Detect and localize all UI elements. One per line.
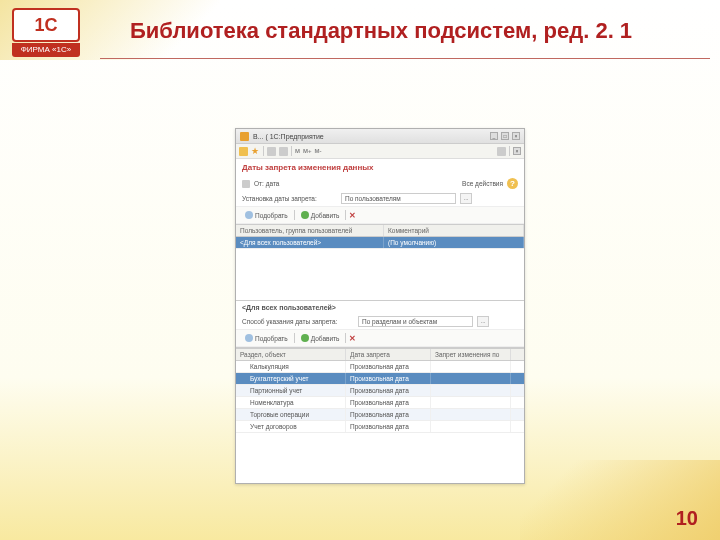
toolbar-icon-4[interactable] [497,147,506,156]
sections-grid-header: Раздел, объект Дата запрета Запрет измен… [236,348,524,361]
toolbar-m[interactable]: M [295,148,300,154]
sections-grid: Раздел, объект Дата запрета Запрет измен… [236,347,524,433]
sections-toolbar: Подобрать Добавить ✕ [236,329,524,347]
table-row[interactable]: Учет договоров Произвольная дата [236,421,524,433]
inner-close-button[interactable]: × [513,147,521,155]
close-button[interactable]: × [512,132,520,140]
setup-dots-button[interactable]: ... [460,193,472,204]
page-number: 10 [676,507,698,530]
users-grid-row-selected[interactable]: <Для всех пользователей> (По умолчанию) [236,237,524,249]
table-row[interactable]: Партионный учет Произвольная дата [236,385,524,397]
title-rule [100,58,710,59]
method-label: Способ указания даты запрета: [242,318,354,325]
maximize-button[interactable]: □ [501,132,509,140]
minimize-button[interactable]: _ [490,132,498,140]
toolbar: ★ M M+ M- × [236,144,524,159]
window-title: В... ( 1С:Предприятие [253,133,490,140]
logo-label: ФИРМА «1С» [12,43,80,57]
app-window: В... ( 1С:Предприятие _ □ × ★ M M+ M- × … [235,128,525,484]
col-comment: Комментарий [384,225,524,236]
help-icon[interactable]: ? [507,178,518,189]
subsection-label: <Для всех пользователей> [236,301,524,314]
toolbar-icon-2[interactable] [267,147,276,156]
toolbar-icon-3[interactable] [279,147,288,156]
setup-combo[interactable]: По пользователям [341,193,456,204]
toolbar-mminus[interactable]: M- [315,148,322,154]
page-title: Библиотека стандартных подсистем, ред. 2… [130,18,632,44]
add-button-2[interactable]: Добавить [298,333,343,343]
toolbar-icon-1[interactable] [239,147,248,156]
col-user: Пользователь, группа пользователей [236,225,384,236]
select-button[interactable]: Подобрать [242,210,291,220]
method-dots-button[interactable]: ... [477,316,489,327]
favorite-icon[interactable]: ★ [251,147,260,156]
col-lock: Запрет изменения по [431,349,511,360]
table-row[interactable]: Номенклатура Произвольная дата [236,397,524,409]
logo: 1С ФИРМА «1С» [12,8,80,58]
col-date: Дата запрета [346,349,431,360]
select-button-2[interactable]: Подобрать [242,333,291,343]
toolbar-mplus[interactable]: M+ [303,148,312,154]
all-actions-link[interactable]: Все действия [462,180,503,187]
table-row-selected[interactable]: Бухгалтерский учет Произвольная дата [236,373,524,385]
delete-icon-2[interactable]: ✕ [349,334,356,343]
form-title: Даты запрета изменения данных [236,159,524,176]
table-row[interactable]: Калькуляция Произвольная дата [236,361,524,373]
app-icon [240,132,249,141]
date-label: От: дата [254,180,279,187]
users-grid-body[interactable] [236,249,524,301]
col-section: Раздел, объект [236,349,346,360]
method-combo[interactable]: По разделам и объектам [358,316,473,327]
add-button[interactable]: Добавить [298,210,343,220]
delete-icon[interactable]: ✕ [349,211,356,220]
setup-label: Установка даты запрета: [242,195,337,202]
table-row[interactable]: Торговые операции Произвольная дата [236,409,524,421]
users-grid-header: Пользователь, группа пользователей Комме… [236,224,524,237]
users-toolbar: Подобрать Добавить ✕ [236,206,524,224]
logo-text: 1С [34,15,57,36]
date-icon [242,180,250,188]
window-titlebar: В... ( 1С:Предприятие _ □ × [236,129,524,144]
